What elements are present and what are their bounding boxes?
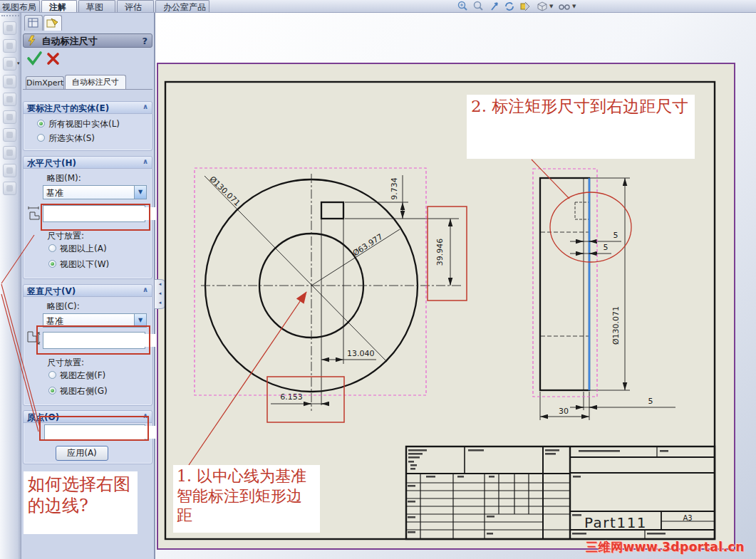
note-2: 2. 标注矩形尺寸到右边距尺寸 xyxy=(467,95,695,159)
radio-selected-entities[interactable] xyxy=(37,134,45,142)
placement-label-v: 尺寸放置: xyxy=(47,357,84,369)
annotation-highlight-origin-input xyxy=(39,416,149,441)
radio-above-view-label: 视图以上(A) xyxy=(60,243,107,255)
annotation-highlight-vertical-input xyxy=(36,325,150,355)
display-style-dropdown-icon[interactable]: ▼ xyxy=(572,4,576,9)
watermark: 三维网www.3dportal.cn xyxy=(586,539,745,555)
note-1: 1. 以中心线为基准智能标注到矩形边距 xyxy=(173,465,320,533)
radio-selected-entities-label: 所选实体(S) xyxy=(48,132,95,145)
collapse-icon[interactable]: ∧ xyxy=(143,103,148,110)
radio-all-views[interactable] xyxy=(37,120,45,127)
toolbar-drag-handle[interactable] xyxy=(1,15,19,16)
cancel-button[interactable] xyxy=(46,50,61,70)
tab-divider xyxy=(23,89,152,90)
ok-button[interactable] xyxy=(26,50,43,70)
pan-icon[interactable] xyxy=(490,1,502,12)
zoom-in-icon[interactable] xyxy=(457,1,470,12)
apply-button[interactable]: 应用(A) xyxy=(56,446,108,461)
autodimension-icon xyxy=(26,35,38,47)
toolbar-icon-6[interactable] xyxy=(3,110,16,124)
toolbar-icon-4[interactable] xyxy=(3,75,16,88)
view-orientation-icon[interactable] xyxy=(537,1,549,12)
tab-office-products[interactable]: 办公室产品 xyxy=(155,0,209,12)
vertical-dims-header[interactable]: 竖直尺寸(V)∧ xyxy=(24,285,152,297)
radio-right-of-view[interactable] xyxy=(48,387,56,395)
toolbar-icon-7[interactable] xyxy=(3,128,16,142)
view-orientation-dropdown-icon[interactable]: ▼ xyxy=(549,4,553,9)
scheme-label-h: 略图(M): xyxy=(47,172,81,184)
annotation-highlight-horizontal-input xyxy=(41,204,150,231)
zoom-area-icon[interactable] xyxy=(472,1,485,12)
radio-left-of-view-label: 视图左侧(F) xyxy=(60,370,105,382)
left-toolbar xyxy=(0,13,21,559)
tab-evaluate[interactable]: 评估 xyxy=(117,0,154,12)
radio-left-of-view[interactable] xyxy=(48,371,56,379)
radio-above-view[interactable] xyxy=(48,244,56,252)
toolbar-flyout-arrow-icon[interactable]: ▾ xyxy=(17,61,20,66)
chevron-down-icon[interactable]: ▼ xyxy=(134,186,146,199)
horizontal-dim-icon xyxy=(26,204,42,225)
tab-sketch[interactable]: 草图 xyxy=(78,0,115,12)
radio-below-view-label: 视图以下(W) xyxy=(60,258,109,271)
radio-all-views-label: 所有视图中实体(L) xyxy=(48,118,120,130)
tab-view-layout[interactable]: 视图布局 xyxy=(0,0,40,12)
radio-below-view[interactable] xyxy=(48,260,56,268)
propertymanager-tab[interactable] xyxy=(24,15,43,31)
collapse-icon[interactable]: ∧ xyxy=(143,286,148,293)
command-manager-tabbar: 视图布局 注解 草图 评估 办公室产品 ▼ ▼ xyxy=(0,0,756,13)
toolbar-icon-2[interactable] xyxy=(3,39,16,53)
radio-right-of-view-label: 视图右侧(G) xyxy=(60,385,108,397)
help-icon[interactable]: ? xyxy=(142,34,147,48)
scheme-label-v: 略图(C): xyxy=(47,301,80,313)
eyeglasses-icon[interactable] xyxy=(558,1,571,12)
tab-autodimension[interactable]: 自动标注尺寸 xyxy=(65,75,126,90)
toolbar-icon-1[interactable] xyxy=(3,21,16,35)
toolbar-icon-8[interactable] xyxy=(3,146,16,160)
tab-annotation[interactable]: 注解 xyxy=(41,0,77,12)
note-question: 如何选择右图的边线? xyxy=(24,471,138,534)
custom-properties-tab[interactable] xyxy=(43,15,62,31)
toolbar-icon-9[interactable] xyxy=(3,164,16,177)
tab-dimxpert[interactable]: DimXpert xyxy=(26,76,64,90)
placement-label-h: 尺寸放置: xyxy=(47,230,84,242)
rotate-view-icon[interactable] xyxy=(504,1,517,12)
property-manager-header: 自动标注尺寸 ? xyxy=(23,33,152,48)
panel-collapse-handle[interactable]: ◂◂◂ xyxy=(155,279,166,309)
toolbar-icon-5[interactable] xyxy=(3,93,16,106)
toolbar-icon-10[interactable] xyxy=(3,182,16,195)
entities-group-header[interactable]: 要标注尺寸的实体(E)∧ xyxy=(24,102,152,114)
solidworks-window: 视图布局 注解 草图 评估 办公室产品 ▼ ▼ xyxy=(0,0,756,559)
toolbar-icon-3[interactable] xyxy=(3,57,16,70)
scheme-dropdown-h[interactable]: 基准 ▼ xyxy=(43,185,147,199)
collapse-icon[interactable]: ∧ xyxy=(143,157,148,165)
horizontal-dims-header[interactable]: 水平尺寸(H)∧ xyxy=(24,157,152,169)
section-view-icon[interactable] xyxy=(519,1,532,12)
